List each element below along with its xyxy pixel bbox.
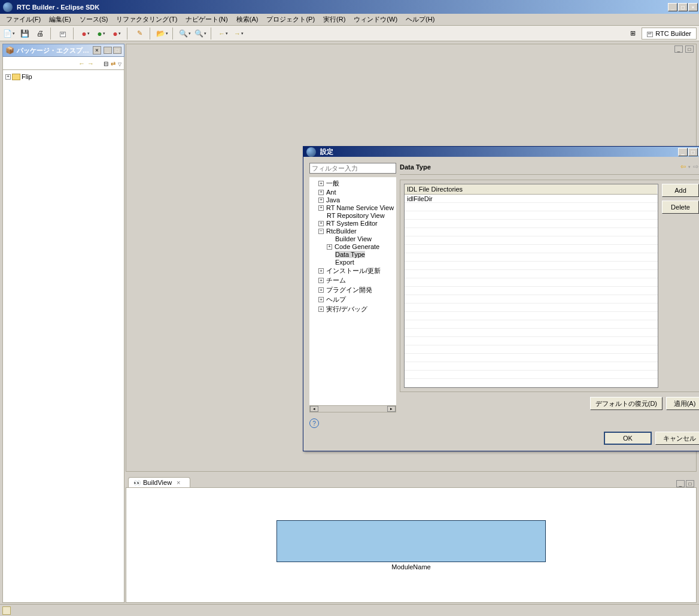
menu-source[interactable]: ソース(S) [76, 14, 112, 25]
editor-minimize-button[interactable]: _ [674, 45, 683, 53]
rt-button[interactable] [56, 27, 69, 40]
tree-item-general[interactable]: +一般 [311, 179, 396, 189]
status-icon[interactable] [2, 606, 11, 615]
menu-navigate[interactable]: ナビゲート(N) [182, 14, 231, 25]
search-button[interactable] [178, 27, 192, 40]
tree-item-export[interactable]: Export [311, 259, 396, 266]
collapse-all-icon[interactable] [104, 60, 108, 67]
close-view-button[interactable]: × [93, 46, 101, 54]
package-explorer-header: パッケージ・エクスプ… × _ □ [2, 44, 124, 57]
filter-input[interactable] [309, 163, 396, 174]
menu-refactor[interactable]: リファクタリング(T) [113, 14, 181, 25]
expand-icon[interactable]: + [5, 74, 11, 80]
help-icon[interactable]: ? [309, 418, 319, 428]
scroll-right-button[interactable]: ▸ [387, 406, 396, 412]
run-icon [97, 29, 102, 38]
menu-help[interactable]: ヘルプ(H) [402, 14, 438, 25]
buildview-tab[interactable]: BuildView × [128, 477, 190, 487]
menu-project[interactable]: プロジェクト(P) [263, 14, 318, 25]
nav-forward-button[interactable]: ⇨ [692, 163, 699, 171]
buildview-pane: BuildView × _ □ ModuleName [126, 474, 697, 603]
forward-button[interactable] [232, 27, 245, 40]
maximize-view-button[interactable]: □ [113, 47, 121, 54]
menu-file[interactable]: ファイル(F) [2, 14, 44, 25]
tree-item-data-type[interactable]: Data Type [311, 251, 396, 259]
list-item[interactable]: idlFileDir [405, 195, 658, 203]
restore-defaults-button[interactable]: デフォルトの復元(D) [590, 397, 662, 410]
debug-button[interactable] [79, 27, 92, 40]
perspective-rtc-builder[interactable]: RTC Builder [642, 28, 697, 40]
tree-item-help[interactable]: +ヘルプ [311, 295, 396, 305]
settings-dialog: 設定 _ □ × +一般 +Ant +Java +RT Nam [303, 146, 699, 451]
menubar: ファイル(F) 編集(E) ソース(S) リファクタリング(T) ナビゲート(N… [0, 14, 699, 26]
link-editor-icon[interactable] [111, 60, 116, 67]
tree-item-label: Flip [22, 73, 32, 80]
scroll-left-button[interactable]: ◂ [310, 406, 318, 412]
preferences-tree[interactable]: +一般 +Ant +Java +RT Name Service View RT … [309, 177, 396, 405]
view-minimize-button[interactable]: _ [676, 480, 685, 487]
dialog-minimize-button[interactable]: _ [678, 148, 688, 156]
tree-item-java[interactable]: +Java [311, 196, 396, 204]
tree-item-rt-name-service[interactable]: +RT Name Service View [311, 204, 396, 212]
wand-button[interactable] [133, 27, 146, 40]
tree-item-flip[interactable]: + Flip [5, 72, 121, 81]
tree-item-rtc-builder[interactable]: −RtcBuilder [311, 227, 396, 235]
minimize-view-button[interactable]: _ [104, 47, 112, 54]
preferences-page: Data Type ⇦▾ ⇨▾ IDL File Directories idl… [400, 163, 699, 412]
package-explorer-title: パッケージ・エクスプ… [17, 46, 89, 55]
view-maximize-button[interactable]: □ [686, 480, 694, 487]
back-icon[interactable] [78, 60, 85, 67]
module-box[interactable] [276, 520, 546, 562]
close-button[interactable]: × [688, 3, 698, 11]
add-button[interactable]: Add [662, 184, 699, 197]
dialog-body: +一般 +Ant +Java +RT Name Service View RT … [303, 157, 699, 418]
view-menu-icon[interactable] [118, 60, 121, 67]
external-tools-button[interactable] [110, 27, 123, 40]
menu-edit[interactable]: 編集(E) [45, 14, 75, 25]
cancel-button[interactable]: キャンセル [655, 432, 699, 445]
search2-button[interactable] [194, 27, 207, 40]
search-icon [179, 29, 188, 38]
delete-button[interactable]: Delete [662, 201, 699, 214]
editor-maximize-button[interactable]: □ [685, 45, 694, 53]
tree-item-ant[interactable]: +Ant [311, 189, 396, 196]
close-tab-button[interactable]: × [177, 479, 185, 486]
new-button[interactable] [2, 27, 16, 40]
perspective-label: RTC Builder [655, 30, 691, 37]
maximize-button[interactable]: □ [678, 3, 688, 11]
save-button[interactable] [18, 27, 31, 40]
nav-back-button[interactable]: ⇦ [679, 163, 687, 171]
idl-directories-list[interactable]: IDL File Directories idlFileDir [404, 184, 658, 388]
preferences-tree-pane: +一般 +Ant +Java +RT Name Service View RT … [309, 163, 396, 412]
tree-item-plugin[interactable]: +プラグイン開発 [311, 286, 396, 295]
debug-icon [81, 29, 86, 38]
tree-item-install[interactable]: +インストール/更新 [311, 266, 396, 276]
tree-item-code-generate[interactable]: +Code Generate [311, 243, 396, 251]
dialog-titlebar: 設定 _ □ × [303, 147, 699, 157]
tree-item-team[interactable]: +チーム [311, 276, 396, 286]
tree-item-rt-system-editor[interactable]: +RT System Editor [311, 220, 396, 227]
run-button[interactable] [95, 27, 108, 40]
minimize-button[interactable]: _ [668, 3, 677, 11]
back-button[interactable] [217, 27, 230, 40]
page-header: Data Type ⇦▾ ⇨▾ [400, 163, 699, 175]
menu-window[interactable]: ウィンドウ(W) [350, 14, 401, 25]
buildview-body: ModuleName [126, 487, 697, 603]
eclipse-icon [3, 2, 13, 12]
tree-scrollbar[interactable]: ◂ ▸ [309, 405, 396, 412]
tree-item-rt-repository[interactable]: RT Repository View [311, 212, 396, 220]
open-button[interactable] [156, 27, 169, 40]
rt-icon [60, 30, 66, 37]
perspective-switcher[interactable]: ⊞ [626, 27, 639, 40]
tree-item-builder-view[interactable]: Builder View [311, 235, 396, 243]
buildview-icon [133, 479, 141, 486]
print-button[interactable] [34, 27, 47, 40]
apply-button[interactable]: 適用(A) [666, 397, 699, 410]
tree-item-run-debug[interactable]: +実行/デバッグ [311, 305, 396, 314]
menu-run[interactable]: 実行(R) [320, 14, 349, 25]
ok-button[interactable]: OK [604, 432, 652, 445]
menu-search[interactable]: 検索(A) [233, 14, 262, 25]
dialog-maximize-button[interactable]: □ [688, 148, 698, 156]
toolbar: ⊞ RTC Builder [0, 26, 699, 41]
forward-icon[interactable] [87, 60, 94, 67]
